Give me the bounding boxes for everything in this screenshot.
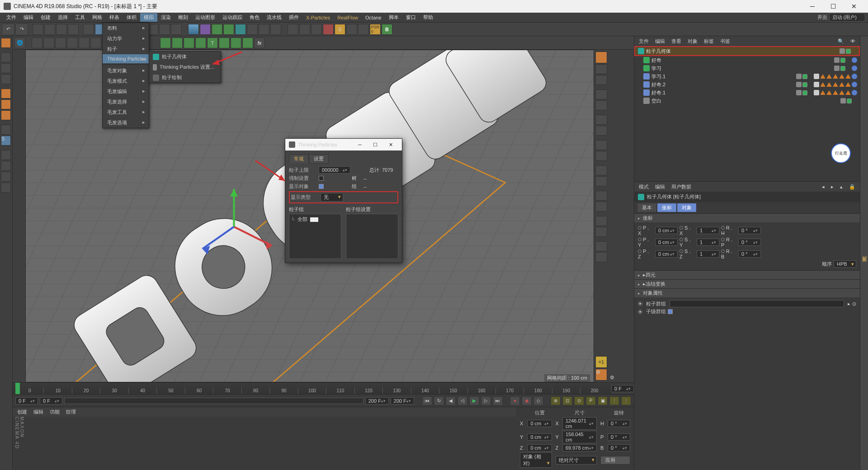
timeline-playhead[interactable]: [15, 383, 20, 394]
menu-hair-mode[interactable]: 毛发模式: [103, 76, 149, 86]
menu-realflow[interactable]: RealFlow: [334, 14, 362, 21]
menu-volume[interactable]: 体积: [123, 13, 140, 22]
lock-icon[interactable]: [1, 172, 11, 182]
pos-mode-dropdown[interactable]: 对象 (相对): [520, 452, 552, 468]
om-tag-icon[interactable]: [826, 90, 832, 95]
plug-icon[interactable]: [346, 24, 357, 35]
tp-settings-item[interactable]: Thinking Particles 设置...: [149, 62, 221, 72]
om-tag-icon[interactable]: [833, 90, 838, 95]
layout-dropdown[interactable]: 启动 (用户): [829, 13, 865, 22]
model-mode-icon[interactable]: [1, 52, 11, 62]
child-checkbox[interactable]: [668, 309, 673, 314]
tp-group-all[interactable]: 全部: [297, 216, 307, 223]
menu-hair-tools[interactable]: 毛发工具: [103, 107, 149, 118]
om-tag-icon[interactable]: [826, 82, 832, 87]
key-opt-button[interactable]: ⋮: [609, 396, 619, 405]
dialog-max-button[interactable]: ☐: [368, 142, 383, 148]
menu-edit[interactable]: 编辑: [20, 13, 37, 22]
menu-pipeline[interactable]: 流水线: [263, 13, 285, 22]
om-tag-icon[interactable]: [852, 82, 857, 87]
deformer-icon[interactable]: [235, 24, 246, 35]
tp-tab-general[interactable]: 常规: [289, 154, 309, 164]
pos-z-field[interactable]: 0 cm▴▾: [527, 444, 552, 451]
om-tag-icon[interactable]: [833, 82, 838, 87]
om-view[interactable]: 查看: [671, 38, 681, 45]
attr-userdata[interactable]: 用户数据: [671, 183, 691, 190]
attr-sz[interactable]: 1▴▾: [697, 250, 719, 258]
xp2-icon[interactable]: [299, 24, 310, 35]
attr-tab-basic[interactable]: 基本: [637, 203, 657, 212]
mg7-icon[interactable]: [231, 38, 241, 48]
key-pos-button[interactable]: ⊕: [551, 396, 561, 405]
om-tag-icon[interactable]: [852, 66, 857, 71]
move-icon[interactable]: [44, 24, 55, 35]
om-tag-icon[interactable]: [833, 74, 838, 79]
tp-disptype-dropdown[interactable]: 无: [321, 193, 343, 202]
dialog-close-button[interactable]: ✕: [383, 142, 398, 148]
rvt-pen-icon[interactable]: [595, 52, 607, 63]
rvt-gear-icon[interactable]: ⚙: [595, 369, 607, 381]
om-row[interactable]: 好奇: [634, 56, 860, 64]
environment-icon[interactable]: [247, 24, 258, 35]
menu-xparticles[interactable]: X-Particles: [302, 14, 334, 21]
rot-h-field[interactable]: 0 °▴▾: [608, 420, 630, 427]
om-tag-icon[interactable]: [826, 74, 832, 79]
key-rot-button[interactable]: ⊙: [574, 396, 584, 405]
rvt12-icon[interactable]: [595, 202, 607, 212]
grid-gear-icon[interactable]: ⚙: [610, 375, 620, 381]
timeline[interactable]: 0 10 20 30 40 50 60 70 80 90 100 110 120…: [13, 382, 634, 394]
step-back-button[interactable]: ◀: [446, 396, 456, 405]
history-icon[interactable]: [83, 24, 94, 35]
menu-sculpt[interactable]: 雕刻: [175, 13, 192, 22]
om-row[interactable]: 好奇.2: [634, 80, 860, 89]
om-tag-icon[interactable]: [852, 90, 857, 95]
menu-hair-opts[interactable]: 毛发选项: [103, 118, 149, 128]
attr-py[interactable]: 0 cm▴▾: [655, 239, 678, 246]
attr-sx[interactable]: 1▴▾: [697, 227, 719, 234]
sub6-icon[interactable]: [90, 38, 101, 48]
menu-octane[interactable]: Octane: [362, 14, 385, 21]
xp-icon[interactable]: [288, 24, 298, 35]
section-freeze[interactable]: ▸冻结变换: [634, 280, 860, 288]
om-tag-icon[interactable]: [845, 82, 851, 87]
workplane-icon[interactable]: [1, 74, 11, 84]
om-tag-icon[interactable]: [839, 74, 844, 79]
order-dropdown[interactable]: HPB: [834, 260, 856, 268]
rvt16-icon[interactable]: [595, 252, 607, 262]
render-settings-icon[interactable]: [171, 24, 182, 35]
menu-help[interactable]: 帮助: [420, 13, 437, 22]
om-bookmarks[interactable]: 书签: [720, 38, 730, 45]
attr-pz[interactable]: 0 cm▴▾: [655, 250, 678, 258]
section-coord[interactable]: 坐标: [634, 214, 860, 222]
pgroup-pick-icon[interactable]: ▸: [848, 301, 850, 307]
key-scl-button[interactable]: ⊡: [562, 396, 572, 405]
menu-select[interactable]: 选择: [54, 13, 71, 22]
attr-fwd-icon[interactable]: ▸: [831, 184, 834, 190]
rvt9-icon[interactable]: [595, 165, 607, 175]
rot-p-field[interactable]: 0 °▴▾: [608, 433, 630, 441]
rvt7-icon[interactable]: [595, 140, 607, 150]
sub3-icon[interactable]: [55, 38, 66, 48]
apply-button[interactable]: 应用: [600, 456, 630, 465]
om-search-icon[interactable]: 🔍: [838, 38, 844, 44]
poly-mode-icon[interactable]: [1, 110, 11, 120]
tab-function[interactable]: 功能: [50, 409, 60, 415]
light-icon[interactable]: [270, 24, 281, 35]
rvt5-icon[interactable]: [595, 115, 607, 125]
menu-file[interactable]: 文件: [3, 13, 20, 22]
section-quat[interactable]: ▸四元: [634, 271, 860, 279]
menu-create[interactable]: 创建: [37, 13, 54, 22]
mg1-icon[interactable]: [160, 38, 171, 48]
redo-button[interactable]: ↷: [15, 24, 28, 35]
tp-group-tree[interactable]: └全部: [289, 214, 341, 259]
axis-mode-icon[interactable]: [1, 125, 11, 135]
section-objprops[interactable]: 对象属性: [634, 289, 860, 297]
rvt10-icon[interactable]: [595, 176, 607, 186]
menu-track[interactable]: 运动跟踪: [219, 13, 246, 22]
globe-icon[interactable]: 🌐: [14, 38, 25, 48]
size-z-field[interactable]: 69.978 cm▴▾: [562, 444, 597, 451]
menu-thinking-particles[interactable]: Thinking Particles: [103, 54, 149, 63]
edge-mode-icon[interactable]: [1, 99, 11, 109]
rot-b-field[interactable]: 0 °▴▾: [608, 444, 630, 451]
tp-group-settings[interactable]: [346, 214, 398, 259]
